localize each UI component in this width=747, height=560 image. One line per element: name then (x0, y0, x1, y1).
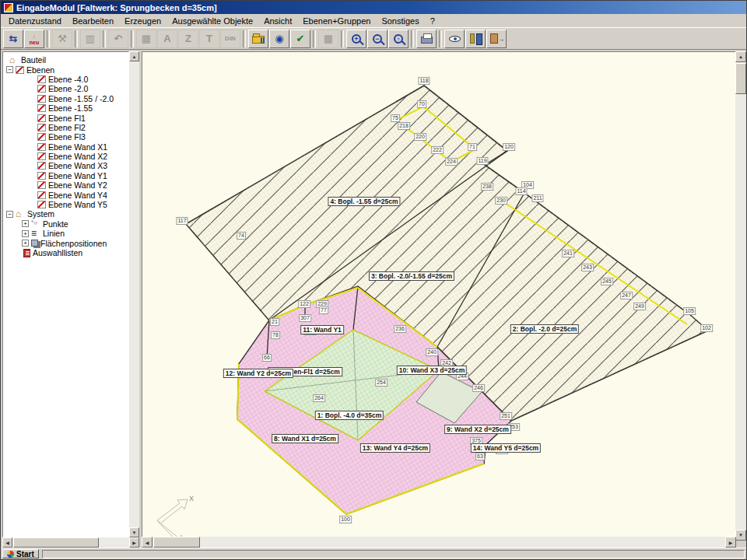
tree-item-ebene-wand-y5[interactable]: Ebene Wand Y5 (3, 200, 128, 209)
tree-item-ebene-wand-x3[interactable]: Ebene Wand X3 (3, 161, 128, 170)
menu-sonstiges[interactable]: Sonstiges (377, 16, 423, 26)
tree-item-label: Flächenpositionen (40, 239, 107, 248)
expand-icon[interactable]: + (22, 220, 29, 227)
tree-item-punkte[interactable]: +Punkte (3, 219, 128, 229)
sheet-icon (37, 191, 46, 199)
grid-icon[interactable]: ▦ (136, 30, 156, 48)
toolbar-separator (243, 30, 246, 47)
sheet-icon (37, 114, 46, 122)
tree-item-system[interactable]: −System (3, 209, 128, 219)
project-tree: Bauteil−EbenenEbene -4.0Ebene -2.0Ebene … (2, 51, 129, 537)
tree-item-label: Ebene -1.55 / -2.0 (48, 94, 114, 103)
node-label: 222 (431, 146, 444, 154)
database-icon[interactable]: ▥ (80, 30, 100, 48)
toolbar-separator (313, 30, 316, 47)
manual-icon[interactable] (465, 30, 486, 48)
tree-item-ebene-wand-x1[interactable]: Ebene Wand X1 (3, 142, 128, 152)
tree-item-ebene-wand-x2[interactable]: Ebene Wand X2 (3, 152, 128, 161)
folder-positions-icon[interactable] (248, 30, 268, 48)
tree-item-ebene-wand-y2[interactable]: Ebene Wand Y2 (3, 180, 128, 190)
din-icon[interactable]: DIN (220, 30, 240, 48)
tree-item-ebene-wand-y1[interactable]: Ebene Wand Y1 (3, 171, 128, 180)
canvas-hscrollbar[interactable]: ◀ ▶ (142, 537, 736, 548)
menu-ansicht[interactable]: Ansicht (259, 16, 296, 26)
tree-scroll-right-icon[interactable]: ▶ (129, 537, 139, 548)
canvas-hscroll-thumb[interactable] (153, 537, 200, 548)
start-button[interactable]: Start (2, 549, 39, 558)
expand-icon[interactable]: + (22, 240, 29, 247)
plate-label-12: 12: Wand Y2 d=25cm (223, 369, 293, 378)
tree-item-ebene-2-0[interactable]: Ebene -2.0 (3, 84, 128, 93)
collapse-icon[interactable]: − (6, 66, 13, 73)
exit-icon[interactable] (486, 30, 507, 48)
tree-item-fl-chenpositionen[interactable]: +Flächenpositionen (3, 238, 128, 247)
tree-item-label: Ebene Wand X1 (48, 142, 107, 152)
plate-label-8: 8: Wand X1 d=25cm (272, 434, 338, 443)
menu-ebenen-gruppen[interactable]: Ebenen+Gruppen (298, 16, 375, 26)
tree-item-ebene-fl1[interactable]: Ebene Fl1 (3, 113, 128, 122)
tree-item-ebene-wand-y4[interactable]: Ebene Wand Y4 (3, 190, 128, 199)
canvas-vscroll-thumb[interactable] (735, 63, 746, 94)
support-t-icon[interactable]: T (199, 30, 219, 48)
node-label: 77 (319, 306, 328, 314)
collapse-icon[interactable]: − (6, 211, 13, 218)
sheet-icon (37, 85, 46, 93)
mesh-generator-icon[interactable]: ◉ (269, 30, 289, 48)
tree-item-label: Ebene Fl2 (48, 123, 86, 132)
zoom-window-icon[interactable]: ▫ (388, 30, 409, 48)
node-label: 70 (417, 100, 426, 108)
undo-icon[interactable]: ↶ (108, 30, 128, 48)
wall-table-icon[interactable]: A (157, 30, 177, 48)
menu-[interactable]: ? (426, 16, 440, 26)
tree-item-label: Ebenen (26, 65, 54, 75)
tree-item-ebene-fl3[interactable]: Ebene Fl3 (3, 132, 128, 142)
tree-vscrollbar[interactable]: ▲ ▼ (129, 51, 139, 537)
menu-datenzustand[interactable]: Datenzustand (4, 16, 66, 26)
zoom-in-icon[interactable]: + (346, 30, 366, 48)
section-z-icon[interactable]: Z (178, 30, 198, 48)
model-viewport[interactable]: X Y 117741187075218220222224711201191041… (142, 51, 736, 541)
tree-scroll-left-icon[interactable]: ◀ (2, 537, 12, 548)
tree-item-label: Ebene Wand Y1 (48, 171, 107, 180)
tree-item-ebenen[interactable]: −Ebenen (3, 65, 128, 74)
tools-icon[interactable]: ⚒ (52, 30, 72, 48)
sheet-icon (37, 75, 46, 83)
data-transfer-icon[interactable]: ⇆ (3, 30, 23, 48)
canvas-scroll-up-icon[interactable]: ▲ (735, 51, 746, 62)
tree-item-linien[interactable]: +Linien (3, 229, 128, 238)
tree-item-bauteil[interactable]: Bauteil (3, 55, 128, 65)
raster-icon[interactable]: ▦ (318, 30, 338, 48)
tree-item-ebene-fl2[interactable]: Ebene Fl2 (3, 123, 128, 132)
menu-ausgew-hlte-objekte[interactable]: Ausgewählte Objekte (167, 16, 258, 26)
taskbar-strip[interactable] (42, 550, 745, 558)
tree-hscroll-thumb[interactable] (13, 537, 99, 548)
tree-scroll-up-icon[interactable]: ▲ (129, 51, 139, 61)
plate-label-9: 9: Wand X2 d=25cm (444, 425, 511, 434)
tree-item-label: Auswahllisten (33, 248, 82, 257)
expand-icon[interactable]: + (22, 230, 29, 237)
canvas-vscrollbar[interactable]: ▲ ▼ (735, 51, 746, 541)
new-icon[interactable]: ↓neu (24, 30, 44, 48)
sheet-icon (37, 95, 46, 103)
tree-scroll-down-icon[interactable]: ▼ (129, 527, 139, 537)
tree-item-ebene-1-55[interactable]: Ebene -1.55 (3, 103, 128, 113)
node-label: 75 (391, 114, 400, 122)
tree-item-label: Ebene Fl1 (48, 114, 86, 123)
sheet-icon (37, 201, 46, 208)
sheet-icon (37, 143, 46, 151)
tree-item-label: Ebene -1.55 (48, 103, 93, 113)
zoom-out-icon[interactable]: − (367, 30, 388, 48)
tree-item-ebene-1-55-2-0[interactable]: Ebene -1.55 / -2.0 (3, 94, 128, 103)
menu-bearbeiten[interactable]: Bearbeiten (68, 16, 118, 26)
print-icon[interactable] (416, 30, 437, 48)
tree-hscrollbar[interactable]: ◀ ▶ (2, 537, 139, 548)
menu-erzeugen[interactable]: Erzeugen (120, 16, 166, 26)
canvas-scroll-right-icon[interactable]: ▶ (725, 537, 736, 548)
canvas-scroll-down-icon[interactable]: ▼ (735, 530, 746, 541)
check-book-icon[interactable]: ✔ (290, 30, 310, 48)
canvas-scroll-left-icon[interactable]: ◀ (142, 537, 153, 548)
tree-item-auswahllisten[interactable]: Auswahllisten (3, 248, 128, 257)
tree-item-ebene-4-0[interactable]: Ebene -4.0 (3, 75, 128, 84)
view-options-icon[interactable] (444, 30, 465, 48)
node-label: 120 (503, 143, 515, 151)
